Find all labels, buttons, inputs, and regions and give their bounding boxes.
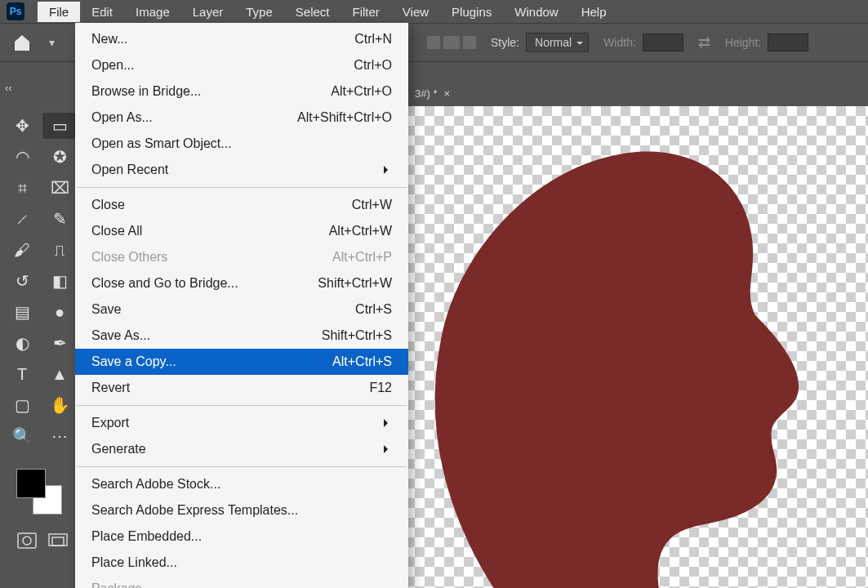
menu-item-close-and-go-to-bridge[interactable]: Close and Go to Bridge...Shift+Ctrl+W: [75, 270, 408, 296]
menu-plugins[interactable]: Plugins: [440, 2, 503, 22]
menu-item-shortcut: Alt+Ctrl+W: [329, 221, 392, 241]
submenu-arrow-icon: [384, 166, 392, 174]
menu-item-generate[interactable]: Generate: [75, 436, 408, 462]
menu-item-close-all[interactable]: Close AllAlt+Ctrl+W: [75, 218, 408, 244]
eyedropper-tool[interactable]: ⟋: [5, 206, 39, 232]
menu-item-label: Place Embedded...: [91, 527, 202, 546]
zoom-tool-icon: 🔍: [12, 426, 33, 446]
clone-stamp-tool[interactable]: ⎍: [42, 237, 77, 263]
menu-help[interactable]: Help: [570, 2, 618, 22]
menu-layer[interactable]: Layer: [181, 2, 235, 22]
crop-tool[interactable]: ⌗: [5, 175, 39, 201]
marquee-tool[interactable]: ▭: [42, 113, 77, 139]
type-tool[interactable]: T: [5, 361, 39, 387]
height-label: Height:: [725, 36, 761, 49]
menu-item-shortcut: Alt+Ctrl+S: [332, 352, 392, 372]
menu-item-shortcut: Alt+Shift+Ctrl+O: [297, 108, 392, 127]
menu-item-open-recent[interactable]: Open Recent: [75, 157, 408, 183]
menu-item-close[interactable]: CloseCtrl+W: [75, 192, 408, 218]
toolbox: ✥▭◠✪⌗⌧⟋✎🖌⎍↺◧▤●◐✒T▲▢✋🔍⋯: [0, 106, 82, 456]
home-icon[interactable]: [10, 32, 34, 53]
menu-item-open-as[interactable]: Open As...Alt+Shift+Ctrl+O: [75, 105, 408, 131]
style-select[interactable]: Normal: [526, 33, 589, 52]
menu-item-shortcut: Shift+Ctrl+S: [322, 326, 392, 345]
main-menu-bar: Ps FileEditImageLayerTypeSelectFilterVie…: [0, 0, 868, 23]
menu-item-label: Generate: [91, 439, 146, 459]
menu-item-shortcut: Ctrl+S: [355, 300, 392, 319]
pen-tool[interactable]: ✒: [42, 330, 77, 356]
eraser-tool-icon: ◧: [52, 271, 68, 291]
menu-item-label: Save a Copy...: [91, 352, 176, 372]
brush-tool[interactable]: 🖌: [5, 237, 39, 263]
swap-dimensions-icon[interactable]: ⇄: [698, 33, 710, 51]
menu-item-place-linked[interactable]: Place Linked...: [75, 550, 408, 576]
pen-tool-icon: ✒: [53, 333, 67, 353]
menu-item-label: Open Recent: [91, 160, 168, 180]
quick-mask-icon[interactable]: [16, 531, 38, 550]
menu-filter[interactable]: Filter: [341, 2, 391, 22]
history-brush-tool[interactable]: ↺: [5, 268, 39, 294]
menu-item-export[interactable]: Export: [75, 410, 408, 436]
app-logo: Ps: [7, 2, 24, 20]
frame-tool[interactable]: ⌧: [42, 175, 77, 201]
menu-item-new[interactable]: New...Ctrl+N: [75, 26, 408, 52]
marquee-tool-icon: ▭: [52, 116, 68, 136]
menu-edit[interactable]: Edit: [80, 2, 124, 22]
zoom-tool[interactable]: 🔍: [5, 423, 39, 449]
quick-select-tool[interactable]: ✪: [42, 144, 77, 170]
svg-point-1: [23, 537, 31, 545]
menu-item-label: Revert: [91, 378, 130, 398]
menu-item-place-embedded[interactable]: Place Embedded...: [75, 523, 408, 550]
menu-item-label: Close Others: [91, 247, 167, 267]
more-tools[interactable]: ⋯: [42, 423, 77, 449]
menu-image[interactable]: Image: [124, 2, 181, 22]
lasso-tool[interactable]: ◠: [5, 144, 39, 170]
hand-tool[interactable]: ✋: [42, 392, 77, 418]
menu-item-shortcut: Alt+Ctrl+P: [332, 247, 392, 267]
menu-window[interactable]: Window: [503, 2, 569, 22]
width-field[interactable]: [643, 33, 683, 51]
menu-item-open[interactable]: Open...Ctrl+O: [75, 52, 408, 78]
menu-item-save-as[interactable]: Save As...Shift+Ctrl+S: [75, 323, 408, 349]
screen-mode-icon[interactable]: [47, 531, 69, 550]
menu-item-shortcut: F12: [369, 378, 392, 398]
eraser-tool[interactable]: ◧: [42, 268, 77, 294]
menu-type[interactable]: Type: [234, 2, 284, 22]
tool-preset-chevron[interactable]: ▾: [49, 36, 55, 49]
submenu-arrow-icon: [384, 419, 392, 427]
width-label: Width:: [603, 36, 636, 49]
menu-item-search-adobe-stock[interactable]: Search Adobe Stock...: [75, 471, 408, 497]
menu-item-label: Search Adobe Stock...: [91, 474, 220, 494]
menu-item-label: Save As...: [91, 326, 150, 345]
foreground-background-swatch[interactable]: [16, 469, 62, 514]
panel-collapse-icon[interactable]: ‹‹: [5, 82, 12, 94]
close-tab-icon[interactable]: ×: [443, 87, 450, 100]
blur-tool[interactable]: ●: [42, 299, 77, 325]
menu-item-revert[interactable]: RevertF12: [75, 375, 408, 401]
menu-item-label: Browse in Bridge...: [91, 82, 201, 101]
dodge-tool[interactable]: ◐: [5, 330, 39, 356]
gradient-tool[interactable]: ▤: [5, 299, 39, 325]
menu-item-save[interactable]: SaveCtrl+S: [75, 296, 408, 323]
menu-separator: [77, 466, 407, 467]
style-label: Style:: [491, 36, 519, 49]
move-tool[interactable]: ✥: [5, 113, 39, 139]
menu-view[interactable]: View: [391, 2, 440, 22]
menu-item-search-adobe-express-templates[interactable]: Search Adobe Express Templates...: [75, 497, 408, 523]
menu-item-package: Package...: [75, 576, 408, 588]
document-tab[interactable]: 3#) * ×: [407, 84, 458, 103]
menu-item-save-a-copy[interactable]: Save a Copy...Alt+Ctrl+S: [75, 349, 408, 375]
menu-item-browse-in-bridge[interactable]: Browse in Bridge...Alt+Ctrl+O: [75, 78, 408, 105]
menu-file[interactable]: File: [38, 2, 80, 22]
path-select-tool[interactable]: ▲: [42, 361, 77, 387]
menu-item-label: Export: [91, 413, 129, 433]
hand-tool-icon: ✋: [50, 395, 70, 415]
foreground-color-swatch[interactable]: [16, 469, 46, 498]
height-field[interactable]: [768, 33, 808, 51]
healing-brush-tool[interactable]: ✎: [42, 206, 77, 232]
rectangle-tool[interactable]: ▢: [5, 392, 39, 418]
menu-item-close-others: Close OthersAlt+Ctrl+P: [75, 244, 408, 270]
menu-item-open-as-smart-object[interactable]: Open as Smart Object...: [75, 131, 408, 157]
menu-select[interactable]: Select: [284, 2, 341, 22]
histogram-icon: [427, 36, 476, 49]
